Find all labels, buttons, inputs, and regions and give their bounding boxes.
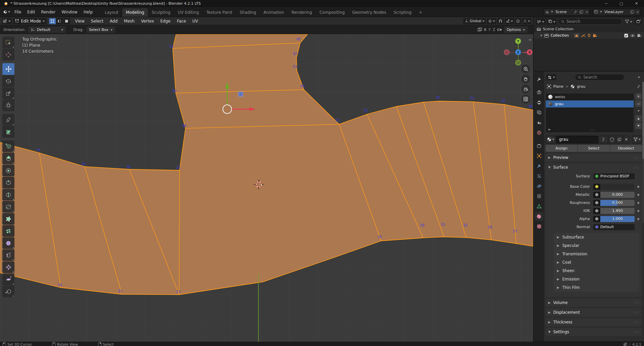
slot-weiss[interactable]: weiss [546,93,634,100]
minimize-button[interactable]: ─ [599,0,614,7]
maximize-button[interactable]: ▢ [614,0,629,7]
properties-scrollbar[interactable] [642,82,644,223]
surface-panel-header[interactable]: ▼ Surface :::: [546,163,642,171]
remove-view-layer-icon[interactable]: ✕ [636,10,639,14]
slot-list-resize-grip[interactable]: :::: [590,129,595,132]
surface-shader-dropdown[interactable]: Principled BSDF [593,173,635,179]
outliner-row-collection[interactable]: ▼ Collection 4 [534,32,644,39]
zoom-button[interactable] [521,64,530,73]
settings-panel-header[interactable]: ▼ Settings :::: [546,328,642,336]
tool-annotate[interactable] [2,114,14,126]
tool-rip-region[interactable] [2,286,14,297]
add-workspace-button[interactable]: + [415,8,426,17]
gizmo-plane-handle[interactable] [238,92,243,96]
viewport-canvas[interactable]: 5250482216181419211325293133353730323436… [0,34,533,342]
tool-spin[interactable] [2,225,14,237]
snapping-dropdown[interactable]: ▼ [505,18,514,24]
subpanel-sheen[interactable]: ▶Sheen [554,266,639,275]
mode-dropdown[interactable]: Edit Mode ▼ [13,18,47,24]
viewport-menu-edge[interactable]: Edge [158,19,173,24]
axis-y-negative[interactable] [515,60,521,66]
sidebar-collapse-arrow[interactable]: < [528,38,531,42]
axis-z-toggle[interactable]: Z [493,28,495,32]
tool-shrink-fatten[interactable] [2,261,14,273]
material-nodes-filter-button[interactable]: ▼ [632,136,642,143]
panel-drag-grip[interactable]: :::: [634,321,639,324]
scene-selector[interactable]: ▼ Scene ✕ [544,8,590,16]
blender-menu-button[interactable]: ▼ [1,8,11,16]
tab-object[interactable] [534,152,544,160]
viewport-menu-vertex[interactable]: Vertex [138,19,157,24]
tool-transform[interactable] [2,99,14,111]
outliner-search-input[interactable]: Search [558,18,622,25]
animate-decorator[interactable] [637,186,639,188]
tab-animation[interactable]: Animation [260,8,288,17]
proportional-editing-toggle[interactable] [515,18,521,24]
edge-select-button[interactable] [56,18,63,24]
properties-options-chevron[interactable]: ▼ [638,76,641,78]
editor-type-button[interactable]: ▼ [2,18,12,24]
panel-drag-grip[interactable]: :::: [634,301,639,304]
expand-collection-icon[interactable]: ▼ [540,34,542,36]
tab-uv-editing[interactable]: UV Editing [174,8,203,17]
animate-decorator[interactable] [637,210,639,212]
thickness-panel-header[interactable]: ▶ Thickness :::: [546,318,642,326]
users-count-button[interactable]: 2 [599,136,608,143]
select-button[interactable]: Select [578,145,610,152]
axis-y-positive[interactable]: Y [515,38,521,44]
pin-icon[interactable] [636,84,641,89]
tool-move[interactable] [2,63,14,75]
tool-shear[interactable] [2,273,14,285]
tab-material[interactable] [534,212,544,221]
tool-bevel[interactable] [2,177,14,188]
pan-hand-button[interactable] [521,75,530,83]
tool-rotate[interactable] [2,75,14,87]
tab-object-data[interactable] [534,202,544,211]
tool-inset-faces[interactable] [2,165,14,176]
animate-decorator[interactable] [637,202,639,204]
axis-x-positive[interactable]: X [527,49,532,55]
menu-file[interactable]: File [11,10,24,14]
tab-physics[interactable] [534,182,544,190]
add-slot-button[interactable]: + [635,93,642,99]
slot-grau[interactable]: grau [546,100,634,107]
options-dropdown[interactable]: Options ▼ [504,27,528,33]
toggle-orthographic-button[interactable] [521,95,530,103]
snap-toggle[interactable] [497,18,504,24]
viewport-menu-add[interactable]: Add [107,19,120,24]
tab-rendering[interactable]: Rendering [288,8,316,17]
transform-orientation-dropdown[interactable]: Global ▼ [463,18,486,24]
tab-output[interactable] [534,98,544,107]
tab-compositing[interactable]: Compositing [316,8,348,17]
tab-render[interactable] [534,88,544,97]
close-button[interactable]: ✕ [629,0,644,7]
face-select-button[interactable] [63,18,70,24]
tab-texture-paint[interactable]: Texture Paint [203,8,236,17]
subpanel-thin-film[interactable]: ▶Thin Film [554,283,639,292]
volume-panel-header[interactable]: ▶ Volume :::: [546,299,642,307]
disable-render-icon[interactable] [637,34,641,37]
viewport-menu-view[interactable]: View [72,19,87,24]
orientation-dropdown[interactable]: Default ▼ [28,27,66,33]
tool-poly-build[interactable] [2,213,14,225]
unlink-material-button[interactable]: ✕ [623,136,629,143]
menu-window[interactable]: Window [58,10,80,14]
outliner-display-mode-dropdown[interactable]: ▼ [536,18,546,25]
panel-drag-grip[interactable]: :::: [634,166,639,169]
subpanel-transmission[interactable]: ▶Transmission [554,250,639,258]
tool-loop-cut[interactable] [2,189,14,201]
metallic-slider[interactable]: 0.000 [593,192,635,198]
tab-tool[interactable] [534,75,544,84]
animate-decorator[interactable] [637,194,639,196]
vertex-select-button[interactable] [49,18,56,24]
alpha-slider[interactable]: 1.000 [593,216,635,222]
new-material-button[interactable] [616,136,623,143]
tab-particles[interactable] [534,172,544,180]
slot-list-expand-icon[interactable]: ▶ [549,128,551,131]
unlink-scene-icon[interactable]: ✕ [585,10,589,14]
tab-layout[interactable]: Layout [101,8,122,17]
tab-geometry-nodes[interactable]: Geometry Nodes [349,8,390,17]
hide-eye-icon[interactable] [630,34,635,38]
outliner-filter-mode-dropdown[interactable]: ▼ [547,18,557,25]
base-color-swatch[interactable] [593,184,635,190]
